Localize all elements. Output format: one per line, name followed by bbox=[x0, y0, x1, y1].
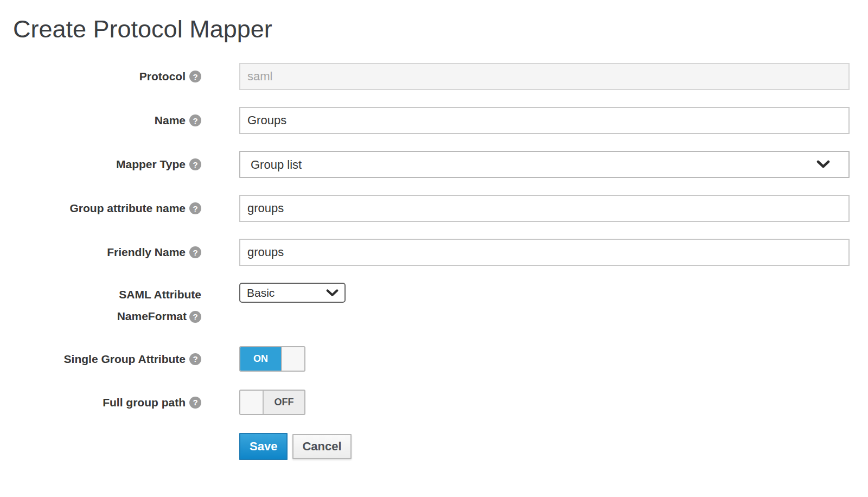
full-group-path-label-col: Full group path ? bbox=[13, 390, 201, 415]
friendly-name-label: Friendly Name bbox=[107, 246, 186, 259]
mapper-type-select[interactable]: Group list bbox=[239, 151, 850, 178]
protocol-label-col: Protocol ? bbox=[13, 63, 201, 90]
group-attribute-name-input[interactable] bbox=[239, 195, 850, 222]
mapper-type-label: Mapper Type bbox=[116, 158, 186, 171]
form-row-protocol: Protocol ? bbox=[13, 63, 868, 90]
single-group-attribute-label-col: Single Group Attribute ? bbox=[13, 346, 201, 372]
full-group-path-control: OFF bbox=[239, 390, 850, 415]
protocol-label: Protocol bbox=[139, 70, 186, 83]
help-icon[interactable]: ? bbox=[189, 311, 201, 323]
page-title: Create Protocol Mapper bbox=[13, 15, 868, 43]
group-attribute-name-label: Group attribute name bbox=[69, 202, 186, 215]
single-group-attribute-toggle[interactable]: ON bbox=[239, 346, 305, 372]
toggle-off-label: OFF bbox=[264, 391, 304, 414]
create-protocol-mapper-page: Create Protocol Mapper Protocol ? Name ?… bbox=[0, 0, 868, 460]
saml-nameformat-select[interactable]: Basic bbox=[239, 283, 346, 303]
name-input[interactable] bbox=[239, 107, 850, 134]
toggle-handle bbox=[281, 347, 304, 371]
form-row-single-group-attribute: Single Group Attribute ? ON bbox=[13, 346, 868, 372]
form-row-full-group-path: Full group path ? OFF bbox=[13, 390, 868, 415]
protocol-input bbox=[239, 63, 850, 90]
help-icon[interactable]: ? bbox=[189, 71, 201, 82]
saml-nameformat-label: SAML Attribute NameFormat? bbox=[117, 283, 201, 328]
form-row-group-attribute-name: Group attribute name ? bbox=[13, 195, 868, 222]
toggle-on-label: ON bbox=[240, 347, 281, 371]
save-button[interactable]: Save bbox=[239, 433, 288, 460]
saml-nameformat-select-wrap: Basic bbox=[239, 283, 346, 303]
toggle-handle bbox=[240, 391, 264, 414]
help-icon[interactable]: ? bbox=[189, 353, 201, 365]
mapper-type-label-col: Mapper Type ? bbox=[13, 151, 201, 178]
protocol-control bbox=[239, 63, 850, 90]
form-row-mapper-type: Mapper Type ? Group list bbox=[13, 151, 868, 178]
help-icon[interactable]: ? bbox=[189, 114, 201, 126]
group-attribute-name-label-col: Group attribute name ? bbox=[13, 195, 201, 222]
help-icon[interactable]: ? bbox=[189, 202, 201, 214]
name-label: Name bbox=[155, 114, 186, 127]
form-row-friendly-name: Friendly Name ? bbox=[13, 239, 868, 266]
friendly-name-label-col: Friendly Name ? bbox=[13, 239, 201, 266]
single-group-attribute-control: ON bbox=[239, 346, 850, 372]
saml-nameformat-control: Basic bbox=[239, 283, 850, 328]
help-icon[interactable]: ? bbox=[189, 246, 201, 258]
help-icon[interactable]: ? bbox=[189, 397, 201, 409]
saml-nameformat-label-col: SAML Attribute NameFormat? bbox=[13, 283, 201, 328]
name-control bbox=[239, 107, 850, 134]
group-attribute-name-control bbox=[239, 195, 850, 222]
full-group-path-label: Full group path bbox=[103, 396, 186, 409]
friendly-name-input[interactable] bbox=[239, 239, 850, 266]
form-actions: Save Cancel bbox=[239, 433, 868, 460]
full-group-path-toggle[interactable]: OFF bbox=[239, 390, 305, 415]
mapper-type-select-wrap: Group list bbox=[239, 151, 850, 178]
name-label-col: Name ? bbox=[13, 107, 201, 134]
single-group-attribute-label: Single Group Attribute bbox=[64, 353, 186, 366]
cancel-button[interactable]: Cancel bbox=[292, 434, 351, 459]
form-row-saml-attribute-nameformat: SAML Attribute NameFormat? Basic bbox=[13, 283, 868, 328]
saml-nameformat-label-line1: SAML Attribute bbox=[117, 284, 201, 305]
friendly-name-control bbox=[239, 239, 850, 266]
mapper-type-control: Group list bbox=[239, 151, 850, 178]
form-row-name: Name ? bbox=[13, 107, 868, 134]
help-icon[interactable]: ? bbox=[189, 158, 201, 170]
saml-nameformat-label-line2: NameFormat bbox=[117, 310, 187, 322]
